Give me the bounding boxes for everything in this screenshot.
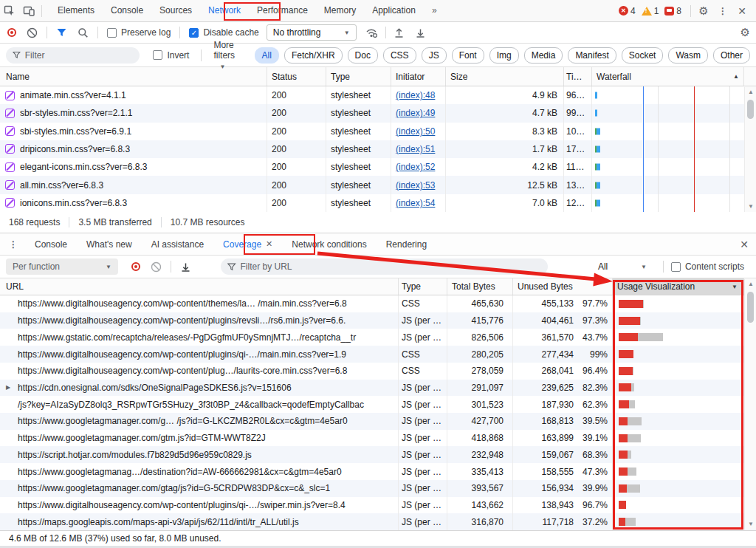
column-header-size[interactable]: Size — [446, 67, 564, 86]
error-badge[interactable]: ✕4 — [619, 6, 636, 16]
column-header-type[interactable]: Type — [326, 67, 391, 86]
initiator-link[interactable]: (index):48 — [396, 90, 435, 100]
coverage-row[interactable]: https://www.digitalhouseagency.com/wp-co… — [0, 363, 756, 380]
expand-arrow-icon[interactable]: ▶ — [6, 384, 10, 391]
column-header-unused-bytes[interactable]: Unused Bytes — [513, 278, 613, 295]
network-request-row[interactable]: elegant-icons.min.css?ver=6.8.3200styles… — [0, 158, 756, 176]
network-request-row[interactable]: sbi-styles.min.css?ver=6.9.1200styleshee… — [0, 123, 756, 140]
scroll-down-icon[interactable]: ▼ — [745, 519, 756, 530]
request-name-cell[interactable]: sbi-styles.min.css?ver=6.9.1 — [0, 123, 267, 140]
initiator-link[interactable]: (index):51 — [396, 144, 435, 154]
coverage-url-cell[interactable]: https://www.gstatic.com/recaptcha/releas… — [0, 329, 399, 346]
request-name-cell[interactable]: animate.min.css?ver=4.1.1 — [0, 86, 267, 104]
column-header-time[interactable]: Ti… — [564, 67, 592, 86]
initiator-link[interactable]: (index):53 — [396, 180, 435, 191]
coverage-record-button[interactable] — [131, 262, 140, 271]
coverage-row[interactable]: https://maps.googleapis.com/maps-api-v3/… — [0, 513, 756, 530]
request-waterfall-cell[interactable] — [592, 104, 756, 122]
coverage-url-cell[interactable]: https://www.digitalhouseagency.com/wp-co… — [0, 363, 399, 380]
network-request-row[interactable]: animate.min.css?ver=4.1.1200stylesheet(i… — [0, 86, 756, 104]
throttling-dropdown[interactable]: No throttling ▼ — [267, 24, 357, 41]
more-tabs-button[interactable]: » — [424, 0, 445, 21]
request-name-cell[interactable]: sbr-styles.min.css?ver=2.1.1 — [0, 104, 267, 122]
column-header-status[interactable]: Status — [267, 67, 326, 86]
scrollbar-thumb[interactable] — [747, 292, 754, 323]
coverage-row[interactable]: https://www.googletagmanag…/destination?… — [0, 463, 756, 480]
coverage-url-cell[interactable]: https://www.digitalhouseagency.com/wp-co… — [0, 295, 399, 312]
request-waterfall-cell[interactable] — [592, 86, 756, 104]
coverage-url-cell[interactable]: https://www.googletagmanager.com/gtm.js?… — [0, 430, 399, 447]
tab-network[interactable]: Network — [200, 0, 249, 22]
filter-chip-socket[interactable]: Socket — [622, 47, 664, 64]
close-coverage-tab-icon[interactable]: ✕ — [266, 239, 272, 249]
coverage-url-cell[interactable]: https://www.googletagmanager.com/g… /js?… — [0, 413, 399, 430]
drawer-tab-ai-assistance[interactable]: AI assistance — [142, 239, 213, 250]
coverage-row[interactable]: https://script.hotjar.com/modules.f7b829… — [0, 446, 756, 463]
scroll-up-icon[interactable]: ▲ — [745, 87, 756, 97]
column-header-usage-visualization[interactable]: Usage Visualization▼ — [613, 278, 744, 295]
inspect-element-icon[interactable] — [0, 1, 19, 21]
close-drawer-icon[interactable]: ✕ — [740, 239, 749, 250]
filter-chip-other[interactable]: Other — [713, 47, 750, 64]
coverage-row[interactable]: https://www.googletagmanager.com/gtag/js… — [0, 480, 756, 497]
request-waterfall-cell[interactable] — [592, 158, 756, 176]
coverage-url-cell[interactable]: https://maps.googleapis.com/maps-api-v3/… — [0, 513, 399, 530]
drawer-tab-what-s-new[interactable]: What's new — [77, 239, 142, 250]
warning-badge[interactable]: 1 — [642, 6, 659, 16]
scroll-down-icon[interactable]: ▼ — [745, 202, 756, 212]
coverage-row[interactable]: https://www.googletagmanager.com/g… /js?… — [0, 413, 756, 430]
request-name-cell[interactable]: dripicons.min.css?ver=6.8.3 — [0, 140, 267, 158]
tab-elements[interactable]: Elements — [49, 0, 103, 22]
initiator-link[interactable]: (index):52 — [396, 162, 435, 172]
invert-checkbox[interactable] — [153, 50, 162, 60]
filter-chip-js[interactable]: JS — [422, 47, 447, 64]
preserve-log-checkbox[interactable] — [107, 28, 117, 38]
tab-application[interactable]: Application — [364, 0, 424, 22]
coverage-url-cell[interactable]: https://www.googletagmanager.com/gtag/js… — [0, 480, 399, 497]
kebab-menu-icon[interactable]: ⋮ — [713, 1, 732, 21]
coverage-url-cell[interactable]: https://www.googletagmanag…/destination?… — [0, 463, 399, 480]
initiator-link[interactable]: (index):54 — [396, 198, 435, 208]
filter-chip-all[interactable]: All — [255, 47, 279, 64]
close-devtools-icon[interactable]: ✕ — [732, 1, 752, 21]
filter-chip-doc[interactable]: Doc — [348, 47, 378, 64]
coverage-row[interactable]: https://www.digitalhouseagency.com/wp-co… — [0, 312, 756, 329]
request-name-cell[interactable]: ionicons.min.css?ver=6.8.3 — [0, 194, 267, 212]
coverage-row[interactable]: https://www.gstatic.com/recaptcha/releas… — [0, 329, 756, 346]
issues-badge[interactable]: 8 — [664, 6, 681, 16]
network-conditions-icon[interactable] — [365, 27, 378, 38]
more-filters-button[interactable]: More filters ▼ — [213, 40, 242, 71]
coverage-clear-icon[interactable] — [151, 261, 162, 273]
filter-chip-img[interactable]: Img — [489, 47, 519, 64]
coverage-scope-dropdown[interactable]: All ▼ — [588, 261, 656, 272]
disable-cache-checkbox[interactable]: ✓ — [189, 28, 199, 38]
drawer-tab-coverage[interactable]: Coverage✕ — [213, 239, 282, 250]
coverage-url-cell[interactable]: ▶https://cdn.onesignal.com/sdks/OneSigna… — [0, 380, 399, 397]
request-waterfall-cell[interactable] — [592, 194, 756, 212]
coverage-scrollbar[interactable]: ▲ ▼ — [744, 279, 756, 530]
coverage-url-cell[interactable]: https://script.hotjar.com/modules.f7b829… — [0, 446, 399, 463]
coverage-row[interactable]: /js?key=AIzaSyDZ8olq3_RSRpwTGr5SHuzy_3f3… — [0, 396, 756, 413]
search-icon[interactable] — [78, 27, 89, 38]
settings-gear-icon[interactable]: ⚙ — [694, 1, 713, 21]
request-waterfall-cell[interactable] — [592, 123, 756, 140]
scrollbar-thumb[interactable] — [747, 100, 754, 119]
coverage-row[interactable]: https://www.digitalhouseagency.com/wp-co… — [0, 497, 756, 514]
filter-chip-css[interactable]: CSS — [383, 47, 416, 64]
initiator-link[interactable]: (index):50 — [396, 126, 435, 137]
coverage-row[interactable]: https://www.digitalhouseagency.com/wp-co… — [0, 295, 756, 312]
tab-performance[interactable]: Performance — [249, 0, 316, 22]
drawer-tab-console[interactable]: Console — [25, 239, 77, 250]
filter-chip-fetch-xhr[interactable]: Fetch/XHR — [284, 47, 343, 64]
export-har-icon[interactable] — [415, 27, 426, 38]
coverage-url-filter-input[interactable] — [241, 261, 542, 272]
drawer-tab-rendering[interactable]: Rendering — [377, 239, 436, 250]
record-network-log-button[interactable] — [7, 28, 16, 37]
drawer-tab-network-conditions[interactable]: Network conditions — [282, 239, 376, 250]
tab-console[interactable]: Console — [103, 0, 151, 22]
network-request-row[interactable]: sbr-styles.min.css?ver=2.1.1200styleshee… — [0, 104, 756, 122]
content-scripts-checkbox[interactable] — [671, 262, 681, 272]
coverage-url-cell[interactable]: https://www.digitalhouseagency.com/wp-co… — [0, 497, 399, 514]
filter-chip-manifest[interactable]: Manifest — [568, 47, 616, 64]
tab-memory[interactable]: Memory — [316, 0, 364, 22]
